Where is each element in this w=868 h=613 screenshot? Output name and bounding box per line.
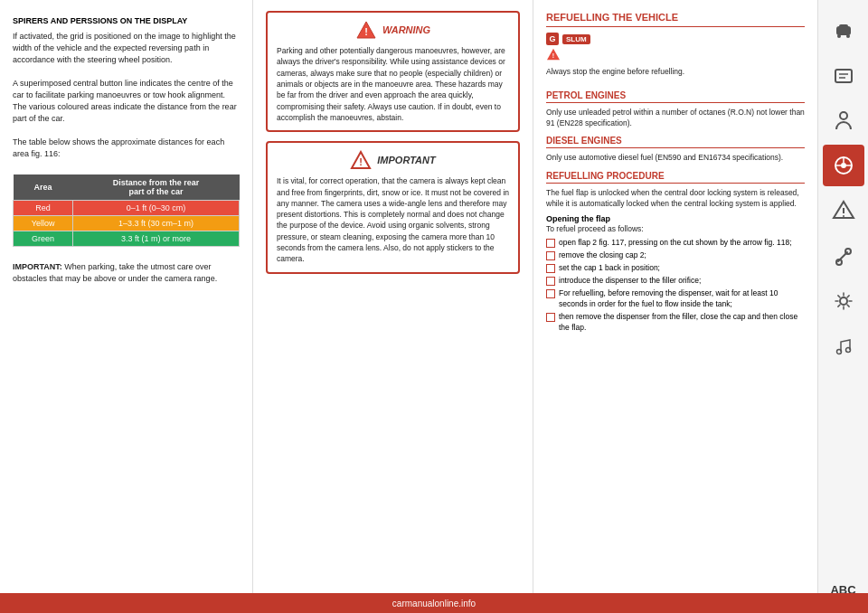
fuel-flap-text: The fuel flap is unlocked when the centr… (546, 187, 805, 210)
area-green: Green (14, 231, 73, 247)
step-2-text: remove the closing cap 2; (559, 250, 646, 261)
diesel-text: Only use automotive diesel fuel (EN590 a… (546, 152, 805, 163)
footer-url: carmanualonline.info (392, 599, 476, 608)
nav-item-settings[interactable] (823, 280, 864, 322)
svg-point-13 (840, 112, 847, 119)
opening-title: Opening the flap (546, 214, 805, 223)
steering-wheel-icon (831, 153, 856, 178)
badge-g: G (546, 33, 559, 45)
nav-item-tools[interactable] (823, 235, 864, 277)
step-3-text: set the cap 1 back in position; (559, 263, 660, 274)
checkbox-4 (546, 277, 555, 286)
svg-text:!: ! (552, 52, 554, 59)
warning-text: Parking and other potentially dangerous … (277, 45, 509, 123)
nav-item-steering[interactable] (823, 145, 864, 186)
svg-text:!: ! (364, 26, 368, 37)
distance-yellow: 1–3.3 ft (30 cm–1 m) (73, 216, 240, 231)
warning-title: WARNING (382, 24, 430, 35)
checkbox-2 (546, 251, 555, 260)
svg-point-15 (841, 163, 846, 168)
table-row: Green 3.3 ft (1 m) or more (14, 231, 240, 247)
svg-point-9 (846, 34, 850, 38)
warning-nav-icon (831, 198, 856, 223)
svg-rect-7 (839, 24, 848, 29)
petrol-title: PETROL ENGINES (546, 90, 805, 103)
svg-point-24 (840, 297, 847, 305)
svg-point-23 (836, 259, 842, 265)
diesel-title: DIESEL ENGINES (546, 136, 805, 148)
svg-point-8 (837, 34, 841, 38)
footer-bar: carmanualonline.info (0, 593, 868, 613)
svg-point-26 (845, 348, 850, 353)
right-nav: ABC (817, 0, 868, 613)
tools-icon (831, 243, 856, 269)
badge-row: G SLUM (546, 33, 805, 45)
badge-slum: SLUM (562, 34, 590, 44)
left-important-note: IMPORTANT: When parking, take the utmost… (13, 261, 240, 285)
distance-green: 3.3 ft (1 m) or more (73, 231, 240, 247)
left-section-text: If activated, the grid is positioned on … (13, 31, 240, 161)
table-row: Red 0–1 ft (0–30 cm) (14, 201, 240, 216)
step-1: open flap 2 fig. 117, pressing on the cu… (546, 238, 805, 249)
area-red: Red (14, 201, 73, 216)
steps-list: open flap 2 fig. 117, pressing on the cu… (546, 238, 805, 333)
car-top-icon (831, 17, 856, 42)
svg-text:!: ! (359, 156, 363, 167)
checkbox-6 (546, 313, 555, 322)
nav-item-info[interactable] (823, 54, 864, 96)
important-triangle-icon: ! (350, 150, 372, 170)
step-1-text: open flap 2 fig. 117, pressing on the cu… (559, 238, 792, 249)
checkbox-5 (546, 289, 555, 298)
svg-point-25 (836, 350, 841, 354)
distance-table: Area Distance from the rearpart of the c… (13, 174, 240, 247)
table-header-distance: Distance from the rearpart of the car (73, 174, 240, 201)
step-5-text: For refuelling, before removing the disp… (559, 288, 805, 310)
nav-item-person[interactable] (823, 99, 864, 141)
car-info-icon (831, 62, 856, 88)
right-column: REFUELLING THE VEHICLE G SLUM ! Always s… (533, 0, 817, 613)
svg-rect-10 (835, 70, 852, 82)
important-text: It is vital, for correct operation, that… (277, 175, 509, 265)
right-main-title: REFUELLING THE VEHICLE (546, 11, 805, 27)
warning-box: ! WARNING Parking and other potentially … (266, 11, 520, 132)
fuel-flap-title: REFUELLING PROCEDURE (546, 171, 805, 184)
step-2: remove the closing cap 2; (546, 250, 805, 261)
area-yellow: Yellow (14, 216, 73, 231)
step-5: For refuelling, before removing the disp… (546, 288, 805, 310)
middle-column: ! WARNING Parking and other potentially … (253, 0, 533, 613)
checkbox-3 (546, 264, 555, 273)
settings-icon (831, 288, 856, 314)
person-icon (831, 108, 856, 133)
important-title: IMPORTANT (377, 155, 435, 165)
warning-header: ! WARNING (277, 20, 509, 40)
opening-text: To refuel proceed as follows: (546, 223, 805, 234)
petrol-text: Only use unleaded petrol within a number… (546, 107, 805, 129)
nav-item-car[interactable] (823, 9, 864, 51)
left-section-title: SPIRERS AND PERSSIONS ON THE DISPLAY (13, 16, 240, 27)
important-box: ! IMPORTANT It is vital, for correct ope… (266, 141, 520, 274)
distance-red: 0–1 ft (0–30 cm) (73, 201, 240, 216)
nav-item-warning[interactable] (823, 190, 864, 231)
table-row: Yellow 1–3.3 ft (30 cm–1 m) (14, 216, 240, 231)
nav-item-music[interactable] (823, 325, 864, 367)
table-header-area: Area (14, 174, 73, 201)
checkbox-1 (546, 239, 555, 248)
svg-point-22 (845, 249, 851, 254)
intro-text: Always stop the engine before refuelling… (546, 66, 805, 77)
warning-triangle-icon: ! (355, 20, 377, 40)
step-6: then remove the dispenser from the fille… (546, 312, 805, 334)
music-icon (831, 334, 856, 359)
svg-point-21 (843, 215, 844, 217)
left-column: SPIRERS AND PERSSIONS ON THE DISPLAY If … (0, 0, 253, 613)
step-6-text: then remove the dispenser from the fille… (559, 312, 805, 334)
step-4-text: introduce the dispenser to the filler or… (559, 276, 701, 287)
important-header: ! IMPORTANT (277, 150, 509, 170)
step-3: set the cap 1 back in position; (546, 263, 805, 274)
warning-triangle-small-icon: ! (546, 48, 561, 62)
step-4: introduce the dispenser to the filler or… (546, 276, 805, 287)
